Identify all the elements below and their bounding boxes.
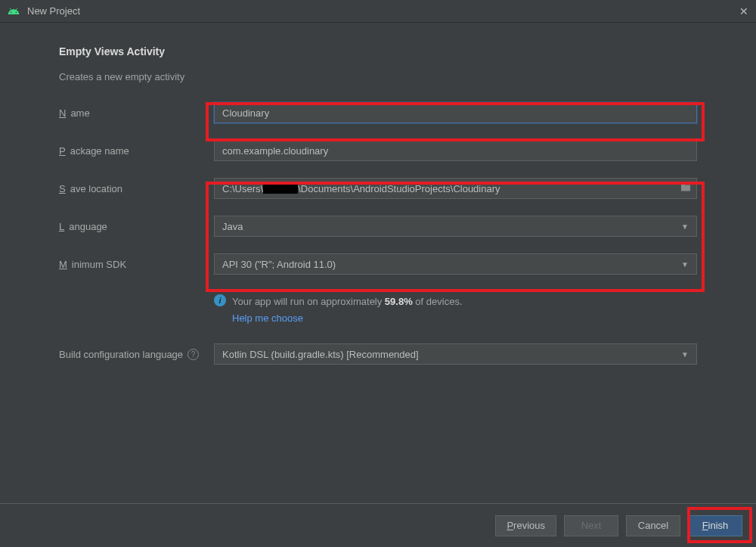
page-heading: Empty Views Activity	[59, 45, 697, 57]
titlebar: New Project ✕	[0, 0, 756, 23]
chevron-down-icon: ▼	[681, 350, 689, 359]
language-label: Language	[59, 221, 214, 232]
redacted-username	[263, 183, 298, 194]
subtitle: Creates a new empty activity	[59, 71, 697, 82]
help-me-choose-link[interactable]: Help me choose	[232, 311, 463, 326]
close-icon[interactable]: ✕	[739, 5, 748, 17]
info-icon: i	[214, 294, 226, 306]
save-location-input[interactable]: C:\Users\\Documents\AndroidStudioProject…	[214, 178, 697, 199]
name-label: Name	[59, 107, 214, 119]
minimum-sdk-select[interactable]: API 30 ("R"; Android 11.0) ▼	[214, 253, 697, 275]
next-button: Next	[564, 515, 618, 536]
sdk-coverage-info: Your app will run on approximately 59.8%…	[232, 294, 463, 325]
footer: Previous Next Cancel Finish	[0, 503, 756, 547]
help-icon[interactable]: ?	[187, 349, 199, 360]
language-select[interactable]: Java ▼	[214, 216, 697, 237]
chevron-down-icon: ▼	[681, 222, 689, 231]
save-location-label: Save location	[59, 183, 214, 194]
build-config-language-label: Build configuration language ?	[59, 349, 214, 360]
cancel-button[interactable]: Cancel	[626, 515, 680, 536]
window-title: New Project	[27, 5, 739, 17]
previous-button[interactable]: Previous	[495, 515, 556, 536]
build-config-language-select[interactable]: Kotlin DSL (build.gradle.kts) [Recommend…	[214, 343, 697, 365]
name-input[interactable]	[214, 102, 697, 123]
package-name-label: Package name	[59, 145, 214, 157]
android-icon	[8, 5, 20, 17]
folder-icon[interactable]	[680, 183, 691, 194]
finish-button[interactable]: Finish	[688, 515, 742, 536]
chevron-down-icon: ▼	[681, 260, 689, 269]
minimum-sdk-label: Minimum SDK	[59, 259, 214, 270]
package-name-input[interactable]	[214, 140, 697, 161]
